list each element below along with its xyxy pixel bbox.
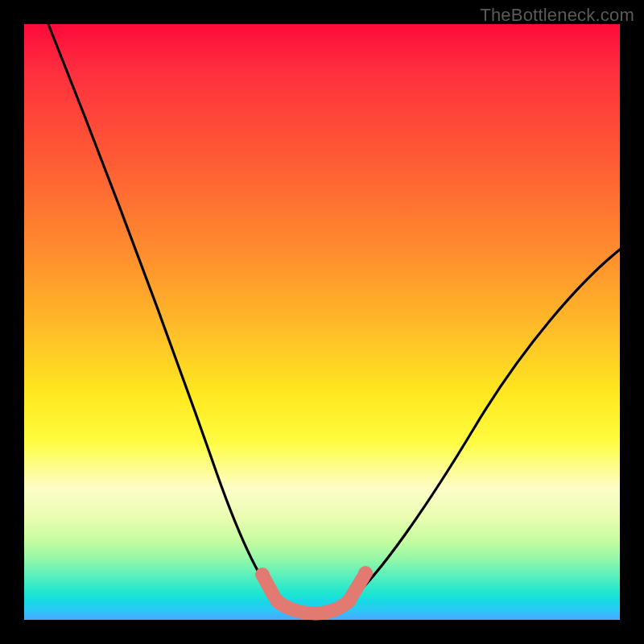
marker-tick-right [351, 576, 364, 597]
marker-dot-right-top [358, 566, 373, 580]
marker-dot-left-top [255, 568, 270, 582]
marker-dot-left-bottom [270, 593, 284, 608]
outer-frame: TheBottleneck.com [0, 0, 644, 644]
bottleneck-curve-path [48, 24, 620, 612]
marker-dot-right-bottom [342, 593, 357, 608]
flat-minimum-highlight [279, 602, 348, 613]
plot-area [24, 24, 620, 620]
bottleneck-chart [24, 24, 620, 620]
watermark-text: TheBottleneck.com [480, 5, 634, 26]
